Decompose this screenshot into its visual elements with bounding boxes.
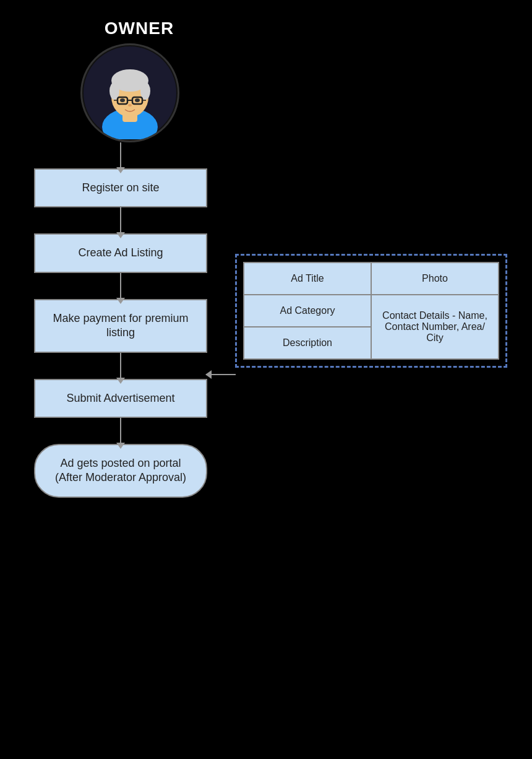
svg-point-13 (135, 98, 140, 102)
flow-column: OWNER (31, 19, 210, 498)
payment-box: Make payment for premium listing (34, 299, 207, 353)
description-cell: Description (244, 327, 371, 359)
horizontal-arrow (206, 374, 236, 375)
posted-box: Ad gets posted on portal (After Moderato… (34, 444, 207, 498)
photo-cell: Photo (371, 262, 499, 295)
svg-point-14 (128, 104, 132, 106)
ad-title-cell: Ad Title (244, 262, 371, 295)
contact-details-cell: Contact Details - Name, Contact Number, … (371, 295, 499, 359)
avatar (80, 43, 179, 142)
ad-fields-table: Ad Title Photo Ad Category Contact Detai… (243, 262, 499, 360)
diagram-container: OWNER (12, 12, 520, 743)
register-box: Register on site (34, 168, 207, 207)
owner-label: OWNER (105, 19, 174, 38)
ad-fields-container: Ad Title Photo Ad Category Contact Detai… (235, 254, 507, 368)
svg-point-12 (120, 98, 125, 102)
create-ad-box: Create Ad Listing (34, 233, 207, 272)
ad-category-cell: Ad Category (244, 295, 371, 327)
submit-box: Submit Advertisement (34, 379, 207, 418)
